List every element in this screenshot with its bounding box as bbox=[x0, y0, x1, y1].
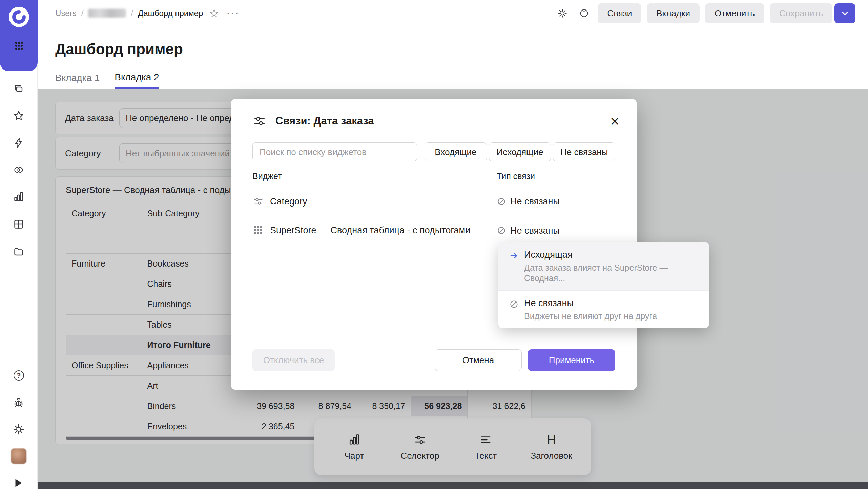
settings-gear-icon[interactable] bbox=[554, 5, 571, 21]
column-link-type: Тип связи bbox=[497, 171, 535, 181]
cancel-button[interactable]: Отменить bbox=[705, 3, 764, 23]
arrow-right-icon bbox=[509, 251, 519, 260]
rings-icon[interactable] bbox=[11, 162, 26, 178]
option-title: Исходящая bbox=[524, 249, 697, 260]
modal-cancel-button[interactable]: Отмена bbox=[435, 349, 522, 371]
favorite-star-icon[interactable] bbox=[209, 8, 219, 18]
links-table-header: Виджет Тип связи bbox=[252, 165, 615, 187]
sliders-icon bbox=[252, 196, 264, 207]
breadcrumb: Users / / Дашборд пример ··· bbox=[55, 8, 240, 18]
topbar: Users / / Дашборд пример ··· Связи Вклад… bbox=[38, 0, 868, 26]
save-button[interactable]: Сохранить bbox=[770, 3, 832, 23]
links-row-category: Category Не связаны bbox=[252, 187, 615, 216]
link-type-select[interactable]: Не связаны bbox=[497, 196, 560, 207]
links-table: Виджет Тип связи Category Не связаны bbox=[252, 165, 615, 245]
widget-search-input[interactable] bbox=[252, 142, 417, 161]
option-title: Не связаны bbox=[524, 297, 697, 309]
apps-grid-icon[interactable] bbox=[13, 40, 25, 53]
filter-outgoing-button[interactable]: Исходящие bbox=[489, 142, 551, 161]
link-type-value: Не связаны bbox=[510, 196, 560, 207]
page-title: Дашборд пример bbox=[55, 41, 183, 58]
widget-name: SuperStore — Сводная таблица - с подытог… bbox=[270, 225, 470, 236]
favorites-star-icon[interactable] bbox=[11, 108, 26, 123]
dashboard-tabs: Вкладка 1 Вкладка 2 bbox=[55, 67, 159, 89]
flash-icon[interactable] bbox=[11, 135, 26, 151]
link-type-dropdown: Исходящая Дата заказа влияет на SuperSto… bbox=[498, 242, 709, 328]
sidebar-brand-panel bbox=[0, 0, 38, 71]
chart-icon[interactable] bbox=[11, 189, 26, 205]
no-link-icon bbox=[497, 197, 506, 206]
close-icon[interactable]: × bbox=[610, 113, 619, 129]
info-icon[interactable] bbox=[576, 5, 592, 21]
link-type-select[interactable]: Не связаны bbox=[497, 225, 560, 236]
links-row-superstore: SuperStore — Сводная таблица - с подытог… bbox=[252, 216, 615, 245]
widget-name: Category bbox=[270, 196, 307, 207]
tab-2[interactable]: Вкладка 2 bbox=[115, 67, 159, 89]
save-dropdown-button[interactable] bbox=[834, 3, 855, 23]
option-outgoing[interactable]: Исходящая Дата заказа влияет на SuperSto… bbox=[498, 242, 709, 290]
breadcrumb-separator: / bbox=[131, 8, 133, 18]
option-description: Виджеты не влияют друг на друга bbox=[524, 311, 683, 321]
breadcrumb-users[interactable]: Users bbox=[55, 8, 77, 18]
help-icon[interactable]: ? bbox=[11, 368, 26, 383]
links-sliders-icon bbox=[252, 114, 267, 128]
link-filters: Входящие Исходящие Не связаны bbox=[425, 142, 615, 161]
option-description: Дата заказа влияет на SuperStore — Сводн… bbox=[524, 262, 683, 283]
header-actions: Связи Вкладки Отменить Сохранить bbox=[554, 3, 855, 23]
filter-unlinked-button[interactable]: Не связаны bbox=[553, 142, 615, 161]
filter-incoming-button[interactable]: Входящие bbox=[425, 142, 487, 161]
breadcrumb-current: Дашборд пример bbox=[138, 8, 203, 18]
avatar[interactable] bbox=[11, 448, 26, 464]
gear-icon[interactable] bbox=[11, 422, 26, 437]
folder-icon[interactable] bbox=[11, 243, 26, 259]
bug-icon[interactable] bbox=[11, 395, 26, 410]
collections-icon[interactable] bbox=[11, 81, 26, 97]
tab-1[interactable]: Вкладка 1 bbox=[55, 67, 100, 89]
link-type-value: Не связаны bbox=[510, 225, 560, 236]
modal-controls: Входящие Исходящие Не связаны bbox=[252, 142, 615, 161]
modal-title: Связи: Дата заказа bbox=[275, 115, 374, 127]
no-link-icon bbox=[509, 299, 519, 309]
modal-header: Связи: Дата заказа × bbox=[252, 110, 619, 132]
table-icon[interactable] bbox=[11, 216, 26, 232]
modal-footer: Отключить все Отмена Применить bbox=[252, 349, 615, 371]
tabs-button[interactable]: Вкладки bbox=[647, 3, 700, 23]
breadcrumb-separator: / bbox=[81, 8, 84, 18]
save-group: Сохранить bbox=[770, 3, 855, 23]
no-link-icon bbox=[497, 226, 506, 235]
column-widget: Виджет bbox=[252, 171, 282, 181]
play-icon[interactable] bbox=[16, 479, 22, 487]
censored-text bbox=[88, 9, 126, 18]
apply-button[interactable]: Применить bbox=[528, 349, 615, 371]
more-menu-icon[interactable]: ··· bbox=[227, 10, 240, 17]
datalens-logo[interactable] bbox=[8, 6, 30, 30]
sidebar: ? bbox=[0, 0, 38, 489]
pivot-grid-icon bbox=[252, 224, 264, 237]
links-button[interactable]: Связи bbox=[598, 3, 641, 23]
disable-all-button[interactable]: Отключить все bbox=[252, 349, 335, 371]
option-unlinked[interactable]: Не связаны Виджеты не влияют друг на дру… bbox=[498, 290, 709, 328]
